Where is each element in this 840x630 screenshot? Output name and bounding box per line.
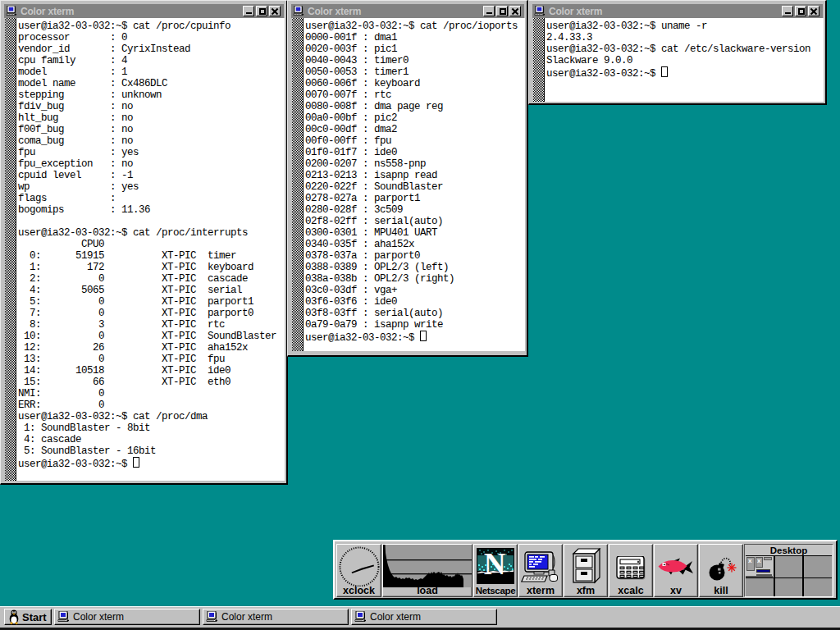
svg-text:N: N [484,548,506,581]
